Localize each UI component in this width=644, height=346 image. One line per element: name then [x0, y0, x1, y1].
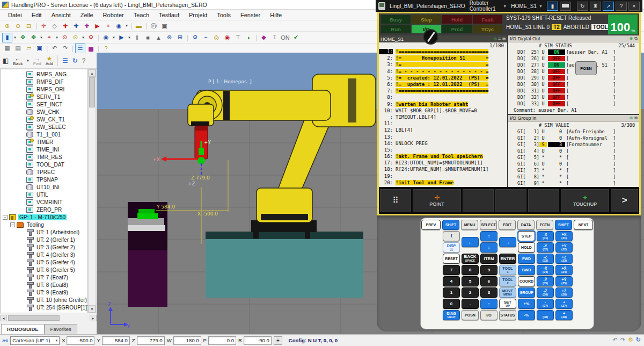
view-mode-icon[interactable]: ◉	[114, 21, 124, 31]
pendant-key[interactable]: PREV	[421, 220, 441, 230]
pendant-key[interactable]: SETUP	[499, 299, 516, 309]
program-line[interactable]: 15:	[379, 147, 507, 153]
pendant-key[interactable]: BACKSPACE	[462, 254, 479, 264]
program-line[interactable]: 17: R[23:UTOOL_NUM]=$MNUTOOLNUM[1]	[379, 160, 507, 166]
fkey-f5[interactable]	[528, 189, 559, 212]
expand-toggle[interactable]: +	[10, 313, 15, 314]
tree-item[interactable]: + UserFrames	[2, 311, 87, 313]
help-icon[interactable]: ?	[80, 57, 87, 64]
tree-item[interactable]: ZERO_PR	[2, 206, 87, 213]
pendant-key[interactable]: TOOL2	[499, 276, 516, 286]
expand-toggle[interactable]: −	[3, 215, 8, 220]
pendant-key[interactable]: +Ŷ(J5)	[555, 276, 573, 286]
explorer-tree-icon[interactable]: ☰	[75, 44, 85, 53]
tree-item[interactable]: TIMER	[2, 138, 87, 146]
menu-item[interactable]: Datei	[3, 11, 27, 19]
menu-item[interactable]: Testlauf	[154, 11, 184, 19]
pendant-key[interactable]: -X(J1)	[537, 231, 554, 241]
tree-item[interactable]: UT: 9 (Eoat9)	[2, 289, 87, 296]
separator[interactable]: |	[34, 21, 38, 31]
redo-view-icon[interactable]: ↷	[620, 336, 625, 343]
program-line[interactable]: 10: WAIT $MOR_GRP[1].$ROB_MOVE=0	[379, 107, 507, 114]
pendant-key[interactable]: 0	[443, 299, 460, 309]
pendant-key[interactable]: +Z(J3)	[555, 254, 573, 264]
pendant-key[interactable]: -(J8)	[537, 310, 554, 320]
tree-item[interactable]: UT: 2 (Greifer 1)	[2, 236, 87, 243]
pendant-key[interactable]: FWD	[518, 254, 535, 264]
pendant-key[interactable]: ←	[462, 237, 479, 247]
tree-item[interactable]: RMPS_ANG	[2, 70, 87, 78]
io-out-row[interactable]: DO[ 28] U OFF [ ]	[508, 68, 639, 75]
dropdown-caret[interactable]: ▾	[112, 33, 116, 42]
separator[interactable]: |	[186, 33, 189, 42]
pendant-key[interactable]: HOLD	[518, 242, 535, 253]
expand-toggle[interactable]	[20, 117, 25, 122]
dock-icon[interactable]: ⧉	[634, 116, 638, 121]
scroll-thumb-h[interactable]	[8, 315, 60, 321]
menu-item[interactable]: Teach	[129, 11, 154, 19]
io-in-row[interactable]: GI[ 2] U 0 [Aufn-Vorsignal ]	[508, 135, 639, 141]
show-pendant-icon[interactable]: ▮	[2, 33, 12, 42]
tree-item[interactable]: UT10_INI	[2, 183, 87, 191]
pendant-key[interactable]: -Ẑ(J6)	[537, 287, 554, 298]
pendant-key[interactable]: TOOL1	[499, 265, 516, 275]
fkey-f4[interactable]	[495, 189, 526, 212]
undo-icon[interactable]: ↶	[49, 44, 60, 53]
program-select[interactable]: HOME_S1▼	[511, 3, 543, 9]
expand-toggle[interactable]	[20, 237, 25, 242]
pendant-key[interactable]: SHIFT	[555, 220, 572, 230]
separator[interactable]: |	[97, 44, 100, 53]
io-group-in-pane[interactable]: I/O Group In ⊕⧉ # SIM VALUE 3/300 GI[ 1]…	[508, 115, 639, 190]
pendant-key[interactable]: ENTER	[499, 254, 516, 264]
pendant-key[interactable]: BWD	[518, 265, 535, 275]
tree-item[interactable]: − Tooling	[2, 221, 87, 228]
pendant-key[interactable]: 6	[480, 276, 497, 286]
tree-item[interactable]: SW_CHK	[2, 108, 87, 116]
zoom-icon[interactable]: ⊕	[630, 116, 633, 121]
tree-item[interactable]: TIME_INI	[2, 146, 87, 153]
expand-toggle[interactable]	[20, 283, 25, 287]
close-icon[interactable]: ×	[628, 2, 640, 11]
tab-roboguide[interactable]: ROBOGUIDE	[1, 324, 45, 334]
pendant-titlebar[interactable]: Lingl_BMI_Petershagen_SERO Roboter Contr…	[376, 0, 642, 12]
expand-toggle[interactable]	[20, 177, 25, 182]
expand-toggle[interactable]	[20, 260, 25, 265]
coord-value[interactable]: -500.0	[67, 336, 94, 345]
expand-toggle[interactable]	[20, 155, 25, 160]
dropdown-caret[interactable]: ▾	[55, 33, 59, 42]
separator[interactable]: |	[129, 21, 133, 31]
expand-toggle[interactable]	[20, 275, 25, 280]
expand-icons[interactable]: »«	[2, 337, 8, 343]
tree-item[interactable]: UT: 5 (Greifer 4)	[2, 258, 87, 266]
pendant-key[interactable]: GROUP	[518, 287, 535, 298]
teach-point-icon[interactable]: ⌖	[44, 33, 54, 42]
pendant-key[interactable]: -%	[518, 310, 535, 320]
pendant-key[interactable]: SHIFT	[442, 220, 459, 230]
pendant-key[interactable]: 1	[443, 287, 460, 298]
pendant-key[interactable]: STEP	[518, 231, 535, 241]
undo-view-icon[interactable]: ↶	[612, 336, 617, 343]
sync-icon[interactable]: ↻	[636, 336, 641, 343]
io-digital-out-pane[interactable]: I/O Digital Out ⊕⧉ # SIM STATUS 25/544 D…	[508, 35, 639, 114]
expand-toggle[interactable]	[20, 132, 25, 137]
binocular2-icon[interactable]: ⊙	[70, 33, 80, 42]
program-line[interactable]: 12: LBL[4]	[379, 127, 507, 133]
pendant-key[interactable]: i	[443, 231, 460, 241]
expand-toggle[interactable]	[20, 102, 25, 107]
onoff-knob[interactable]	[423, 29, 438, 45]
signal-icon[interactable]: ⊤	[233, 33, 243, 42]
expand-toggle[interactable]	[20, 87, 25, 92]
program-line[interactable]: 13:	[379, 133, 507, 140]
pendant-key[interactable]: +Y(J2)	[555, 242, 573, 253]
io-in-row[interactable]: GI[ 7] * * [ ]	[508, 167, 639, 174]
program-line[interactable]: 16: !akt. Frame und Tool speichern	[379, 153, 507, 160]
menu-item[interactable]: Fenster	[236, 11, 265, 19]
tree-item[interactable]: RMPS_ORI	[2, 85, 87, 93]
binocular-icon[interactable]: ⊙	[60, 33, 70, 42]
pendant-key[interactable]: -Y(J2)	[537, 242, 554, 253]
expand-toggle[interactable]	[20, 162, 25, 167]
io-out-row[interactable]: DO[ 29] U OFF [ ]	[508, 75, 639, 81]
pendant-key[interactable]: DISP▯▯	[443, 242, 460, 253]
menu-item[interactable]: Tools	[212, 11, 236, 19]
pendant-key[interactable]: -Ŷ(J5)	[537, 276, 554, 286]
